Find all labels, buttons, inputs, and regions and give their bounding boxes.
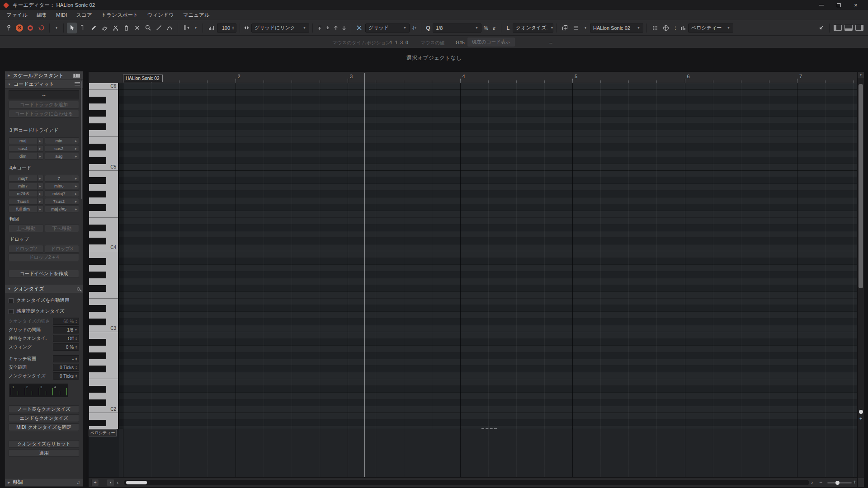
iterative-quantize-button[interactable]: %: [482, 23, 490, 33]
trim-tool[interactable]: [78, 23, 88, 33]
setting-field[interactable]: Off▲▼: [53, 335, 79, 342]
menu-item-5[interactable]: ウィンドウ: [143, 10, 179, 20]
chord-expand-arrow-icon[interactable]: ▶: [37, 145, 43, 151]
menu-item-3[interactable]: スコア: [71, 10, 96, 20]
piano-key[interactable]: [89, 393, 118, 399]
stepper-icon[interactable]: ▲▼: [75, 337, 77, 340]
chord-expand-arrow-icon[interactable]: ▶: [37, 198, 43, 204]
quantize-icon-button[interactable]: Q: [425, 23, 432, 33]
window-layout-button[interactable]: [650, 23, 660, 33]
checkbox[interactable]: [9, 298, 14, 303]
edit-active-part-button[interactable]: [571, 23, 581, 33]
insert-velocity-field[interactable]: 100 ▲▼: [217, 23, 236, 33]
piano-key[interactable]: [89, 292, 118, 299]
setting-field[interactable]: 0 %▲▼: [53, 343, 79, 351]
match-chord-track-button[interactable]: コードトラックに合わせる: [9, 110, 79, 117]
chord-expand-arrow-icon[interactable]: ▶: [37, 175, 43, 181]
chord-expand-arrow-icon[interactable]: ▶: [73, 153, 79, 159]
insert-velocity-icon-button[interactable]: [206, 23, 216, 33]
piano-key[interactable]: [89, 312, 118, 319]
piano-key[interactable]: [89, 399, 118, 406]
chord-display-box[interactable]: 現在のコード表示: [467, 38, 515, 47]
menu-item-1[interactable]: 編集: [32, 10, 52, 20]
chord-expand-arrow-icon[interactable]: ▶: [73, 183, 79, 189]
toolbar-options-dropdown[interactable]: ▾: [53, 23, 60, 33]
v-zoom-knob[interactable]: [859, 410, 863, 414]
line-tool[interactable]: [154, 23, 164, 33]
menu-item-0[interactable]: ファイル: [2, 10, 32, 20]
setting-field[interactable]: -▲▼: [53, 355, 79, 362]
piano-key[interactable]: [89, 144, 118, 150]
toolbar-overflow-button[interactable]: ⋮: [672, 23, 679, 33]
chord-expand-arrow-icon[interactable]: ▶: [37, 191, 43, 197]
piano-key[interactable]: C3: [89, 325, 118, 332]
piano-key[interactable]: [89, 218, 118, 225]
ruler-options-button[interactable]: ▾: [858, 72, 864, 78]
piano-key[interactable]: C5: [89, 164, 118, 171]
h-zoom-slider[interactable]: [827, 482, 852, 483]
velocity-lane-label[interactable]: ベロシティー: [89, 429, 117, 436]
chord-expand-arrow-icon[interactable]: ▶: [73, 145, 79, 151]
piano-key[interactable]: [89, 272, 118, 278]
piano-key[interactable]: [89, 299, 118, 305]
stepper-icon[interactable]: ▲▼: [75, 366, 77, 369]
nudge-down-button[interactable]: [340, 23, 348, 33]
piano-key[interactable]: [89, 184, 118, 191]
mute-tool[interactable]: [132, 23, 142, 33]
setting-field[interactable]: 0 Ticks▲▼: [53, 364, 79, 371]
chord-expand-arrow-icon[interactable]: ▶: [73, 175, 79, 181]
panel-scrollbar[interactable]: [81, 81, 82, 199]
menu-item-2[interactable]: MIDI: [52, 10, 71, 20]
autoscroll-options-dropdown[interactable]: ▾: [192, 23, 199, 33]
quantize-action-button-midi-[interactable]: MIDI クオンタイズを固定: [9, 423, 79, 431]
autoscroll-button[interactable]: [181, 23, 191, 33]
chord-expand-arrow-icon[interactable]: ▶: [37, 183, 43, 189]
chord-button-maj7-5[interactable]: maj7/#5▶: [45, 206, 80, 212]
chord-button-min6[interactable]: min6▶: [45, 183, 80, 189]
part-selector-combo[interactable]: HALion Sonic 02 ▼: [590, 23, 643, 33]
nudge-up-button[interactable]: [332, 23, 340, 33]
draw-tool[interactable]: [89, 23, 99, 33]
piano-key[interactable]: [89, 413, 118, 420]
menu-item-4[interactable]: トランスポート: [97, 10, 143, 20]
part-options-dropdown[interactable]: ▾: [582, 23, 589, 33]
move-up-button[interactable]: 上へ移動: [9, 225, 43, 232]
maximize-button[interactable]: [830, 0, 847, 10]
piano-key[interactable]: C6: [89, 83, 118, 90]
piano-key[interactable]: [89, 319, 118, 325]
add-controller-lane-button[interactable]: +: [91, 479, 99, 486]
length-quantize-combo[interactable]: クオンタイズ. ▼: [513, 23, 553, 33]
h-zoom-knob[interactable]: [835, 481, 840, 485]
drop2-button[interactable]: ドロップ2: [9, 245, 43, 253]
piano-key[interactable]: [89, 231, 118, 238]
piano-key[interactable]: [89, 191, 118, 197]
chord-button-maj7[interactable]: maj7▶: [9, 175, 43, 182]
time-display-button[interactable]: [661, 23, 671, 33]
piano-key[interactable]: [89, 97, 118, 103]
minimize-button[interactable]: [813, 0, 830, 10]
chord-expand-arrow-icon[interactable]: ▶: [73, 206, 79, 212]
piano-key[interactable]: [89, 137, 118, 144]
chord-button-sus2[interactable]: sus2▶: [45, 145, 80, 152]
piano-key[interactable]: [89, 157, 118, 164]
piano-key[interactable]: [89, 103, 118, 110]
scroll-left-icon[interactable]: ‹: [117, 479, 118, 486]
piano-key[interactable]: [89, 420, 118, 427]
chord-button-aug[interactable]: aug▶: [45, 153, 80, 160]
quantize-action-button--[interactable]: エンドをクオンタイズ: [9, 414, 79, 422]
piano-key[interactable]: [89, 359, 118, 366]
object-selection-tool[interactable]: [67, 23, 77, 33]
piano-key[interactable]: [89, 372, 118, 379]
grid-relative-button[interactable]: -|+: [410, 23, 418, 33]
setting-field[interactable]: 60 %▲▼: [53, 318, 79, 325]
h-zoom-in-button[interactable]: +: [853, 479, 856, 485]
chord-button-dim[interactable]: dim▶: [9, 153, 43, 160]
section-quantize[interactable]: ▼ クオンタイズ: [5, 285, 83, 293]
piano-key[interactable]: [89, 177, 118, 184]
chord-button-maj[interactable]: maj▶: [9, 137, 43, 144]
chord-button-m7-b5[interactable]: m7/b5▶: [9, 190, 43, 197]
grid-type-combo[interactable]: グリッド ▼: [365, 23, 410, 33]
piano-key[interactable]: [89, 150, 118, 157]
vertical-scroll-thumb[interactable]: [859, 84, 863, 288]
v-zoom-in-button[interactable]: +: [858, 416, 864, 421]
